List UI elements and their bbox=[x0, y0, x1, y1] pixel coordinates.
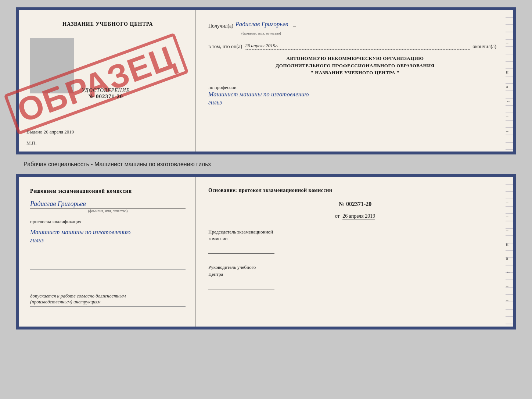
vtom-prefix: в том, что он(а) bbox=[208, 44, 242, 50]
org-line2: ДОПОЛНИТЕЛЬНОГО ПРОФЕССИОНАЛЬНОГО ОБРАЗО… bbox=[208, 62, 502, 70]
org-line1: АВТОНОМНУЮ НЕКОММЕРЧЕСКУЮ ОРГАНИЗАЦИЮ bbox=[208, 55, 502, 62]
vtom-section: в том, что он(а) 26 апреля 2019г. окончи… bbox=[208, 43, 502, 50]
vtom-date: 26 апреля 2019г. bbox=[245, 43, 470, 50]
predsedatel-line1: Председатель экзаменационной bbox=[208, 229, 273, 235]
dash2: – bbox=[499, 44, 502, 50]
mp-line: М.П. bbox=[26, 140, 36, 146]
top-org-title: НАЗВАНИЕ УЧЕБНОГО ЦЕНТРА bbox=[30, 21, 186, 27]
profession-line1: Машинист машины по изготовлению bbox=[208, 91, 309, 98]
vydano-line: Выдано 26 апреля 2019 bbox=[26, 129, 74, 135]
bottom-doc-right: Основание: протокол экзаменационной коми… bbox=[195, 177, 513, 327]
dash1: – bbox=[293, 23, 296, 29]
org-line3: " НАЗВАНИЕ УЧЕБНОГО ЦЕНТРА " bbox=[208, 69, 502, 76]
prisvoena-label: присвоена квалификация bbox=[30, 219, 186, 225]
bottom-line1 bbox=[30, 249, 186, 257]
protocol-number: № 002371-20 bbox=[208, 201, 502, 207]
profession-name-top: Машинист машины по изготовлению гильз bbox=[208, 90, 502, 107]
rukovoditel-block: Руководитель учебного Центра bbox=[208, 264, 502, 289]
qual-line1: Машинист машины по изготовлению bbox=[30, 229, 131, 236]
udostoverenie-number: № 002371-20 bbox=[82, 93, 130, 100]
border-decoration-top bbox=[506, 10, 513, 152]
predsedatel-label: Председатель экзаменационной комиссии bbox=[208, 229, 502, 242]
po-professii-top: по профессии bbox=[208, 85, 502, 90]
bottom-doc-left: Решением экзаменационной комиссии Радисл… bbox=[19, 177, 195, 327]
predsedatel-block: Председатель экзаменационной комиссии bbox=[208, 229, 502, 254]
caption: Рабочая специальность - Машинист машины … bbox=[24, 161, 211, 168]
okonchil: окончил(а) bbox=[472, 44, 496, 50]
top-doc-right: Получил(а) Радислав Григорьев – (фамилия… bbox=[195, 10, 513, 152]
top-doc-left: НАЗВАНИЕ УЧЕБНОГО ЦЕНТРА ОБРАЗЕЦ УДОСТОВ… bbox=[19, 10, 195, 152]
profession-block-top: по профессии Машинист машины по изготовл… bbox=[208, 85, 502, 107]
bottom-line2 bbox=[30, 261, 186, 270]
org-block-top: АВТОНОМНУЮ НЕКОММЕРЧЕСКУЮ ОРГАНИЗАЦИЮ ДО… bbox=[208, 55, 502, 76]
ot-date: от 26 апреля 2019 bbox=[208, 213, 502, 219]
rukovoditel-label: Руководитель учебного Центра bbox=[208, 264, 502, 277]
resheniem-title: Решением экзаменационной комиссии bbox=[30, 188, 186, 195]
udostoverenie-label: УДОСТОВЕРЕНИЕ bbox=[82, 88, 130, 93]
predsedatel-signature bbox=[208, 245, 274, 254]
osnovanie-title: Основание: протокол экзаменационной коми… bbox=[208, 188, 502, 193]
border-decoration-bottom bbox=[506, 177, 513, 327]
dopuskaetsya-line1: допускается к работе согласно должностны… bbox=[30, 293, 126, 299]
photo-placeholder bbox=[30, 38, 74, 93]
predsedatel-line2: комиссии bbox=[208, 236, 228, 241]
top-document: НАЗВАНИЕ УЧЕБНОГО ЦЕНТРА ОБРАЗЕЦ УДОСТОВ… bbox=[16, 7, 516, 154]
person-name-bottom: Радислав Григорьев bbox=[30, 200, 186, 209]
udostoverenie-block: УДОСТОВЕРЕНИЕ № 002371-20 bbox=[82, 88, 130, 100]
person-block-bottom: Радислав Григорьев (фамилия, имя, отчест… bbox=[30, 199, 186, 213]
person-name-top: Радислав Григорьев bbox=[236, 21, 288, 29]
dopuskaetsya-line2: (производственным) инструкциям bbox=[30, 299, 101, 304]
qual-line2: гильз bbox=[30, 237, 44, 244]
rukovoditel-signature bbox=[208, 281, 274, 289]
ot-date-value: 26 апреля 2019 bbox=[342, 213, 375, 220]
profession-line2: гильз bbox=[208, 99, 222, 106]
ot-prefix: от bbox=[335, 213, 340, 219]
rukovoditel-line1: Руководитель учебного bbox=[208, 264, 256, 270]
poluchil-section: Получил(а) Радислав Григорьев – bbox=[208, 21, 502, 29]
bottom-line4 bbox=[30, 311, 186, 319]
bottom-document: Решением экзаменационной комиссии Радисл… bbox=[16, 174, 516, 329]
qualification-name: Машинист машины по изготовлению гильз bbox=[30, 228, 186, 245]
fio-subtext-bottom: (фамилия, имя, отчество) bbox=[30, 209, 186, 213]
rukovoditel-line2: Центра bbox=[208, 271, 223, 277]
fio-subtext-top: (фамилия, имя, отчество) bbox=[241, 31, 502, 35]
poluchil-prefix: Получил(а) bbox=[208, 23, 233, 29]
bottom-line3 bbox=[30, 274, 186, 282]
dopuskaetsya-text: допускается к работе согласно должностны… bbox=[30, 293, 186, 307]
